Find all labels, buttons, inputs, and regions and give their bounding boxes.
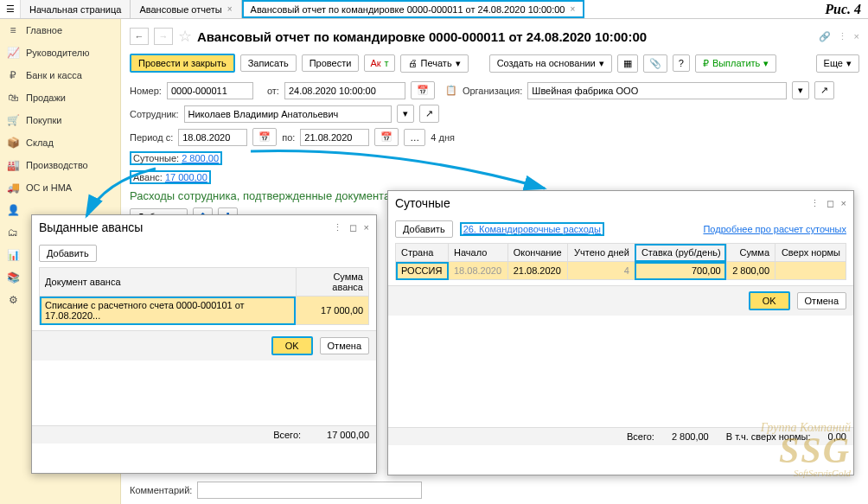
close-icon[interactable]: ×: [841, 198, 846, 209]
forward-button[interactable]: →: [154, 28, 173, 45]
figure-label: Рис. 4: [825, 2, 861, 17]
more-icon[interactable]: ⋮: [810, 198, 820, 209]
start-cell[interactable]: 18.08.2020: [449, 262, 508, 280]
number-input[interactable]: 0000-000011: [167, 82, 253, 99]
col-header[interactable]: Ставка (руб/день): [635, 244, 726, 262]
per-diem-popup: Суточные ⋮◻× Добавить 26. Командировочны…: [387, 190, 854, 475]
sidebar-item[interactable]: 📈Руководителю: [0, 41, 120, 64]
over-cell[interactable]: [775, 262, 846, 280]
more-icon[interactable]: ⋮: [333, 222, 342, 233]
advance-row: Аванс: 17 000,00: [130, 170, 211, 184]
per-diem-row: Суточные: 2 800,00: [130, 151, 222, 165]
maximize-icon[interactable]: ◻: [349, 222, 357, 233]
close-icon[interactable]: ×: [364, 222, 369, 233]
post-close-button[interactable]: Провести и закрыть: [130, 54, 235, 73]
add-button[interactable]: Добавить: [395, 220, 453, 238]
date-input[interactable]: 24.08.2020 10:00:00: [284, 82, 405, 99]
total-label: Всего:: [627, 431, 654, 442]
create-based-button[interactable]: Создать на основании ▾: [489, 54, 612, 73]
page-title: Авансовый отчет по командировке 0000-000…: [197, 29, 647, 44]
cancel-button[interactable]: Отмена: [797, 292, 846, 309]
write-button[interactable]: Записать: [240, 54, 297, 72]
total-value: 2 800,00: [672, 431, 709, 442]
flag-icon: 📋: [445, 85, 457, 96]
col-header[interactable]: Документ аванса: [40, 268, 297, 297]
label: Организация:: [463, 86, 522, 96]
close-icon[interactable]: ×: [227, 4, 233, 14]
reg-icon[interactable]: ▦: [617, 54, 638, 73]
more-info-link[interactable]: Подробнее про расчет суточных: [703, 224, 846, 234]
add-button[interactable]: Добавить: [39, 245, 97, 262]
calendar-icon[interactable]: 📅: [252, 128, 277, 146]
maximize-icon[interactable]: ◻: [827, 198, 834, 209]
col-header[interactable]: Сверх нормы: [775, 244, 846, 262]
ok-button[interactable]: OK: [271, 336, 313, 355]
org-input[interactable]: Швейная фабрика ООО: [527, 82, 787, 99]
advance-link[interactable]: 17 000,00: [165, 172, 207, 182]
sidebar-item[interactable]: 📦Склад: [0, 131, 120, 154]
attach-icon[interactable]: 📎: [643, 54, 667, 73]
sum-cell[interactable]: 2 800,00: [726, 262, 775, 280]
more-button[interactable]: Еще ▾: [816, 54, 859, 73]
over-label: В т.ч. сверх нормы:: [726, 431, 811, 442]
popup-title: Выданные авансы: [39, 220, 143, 234]
over-value: 0,00: [828, 431, 846, 442]
calendar-icon[interactable]: 📅: [411, 81, 435, 99]
more-icon[interactable]: …: [404, 129, 425, 146]
toolbar: Провести и закрыть Записать Провести Акт…: [130, 54, 859, 73]
sidebar-item[interactable]: 🏭Производство: [0, 154, 120, 176]
tab-reports[interactable]: Авансовые отчеты×: [131, 0, 241, 18]
col-header[interactable]: Учтено дней: [568, 244, 635, 262]
col-header[interactable]: Страна: [396, 244, 449, 262]
back-button[interactable]: ←: [130, 28, 149, 45]
sidebar-item[interactable]: 🛒Покупки: [0, 109, 120, 131]
per-diem-link[interactable]: 2 800,00: [182, 153, 219, 163]
close-icon[interactable]: ×: [854, 31, 859, 42]
comment-input[interactable]: [197, 482, 422, 499]
doc-cell[interactable]: Списание с расчетного счета 0000-000101 …: [40, 297, 297, 325]
more-icon[interactable]: ⋮: [838, 31, 847, 42]
date-from-input[interactable]: 18.08.2020: [178, 129, 247, 146]
menu-icon[interactable]: ☰: [0, 0, 21, 18]
employee-input[interactable]: Николаев Владимир Анатольевич: [184, 105, 392, 123]
col-header[interactable]: Начало: [449, 244, 508, 262]
col-header[interactable]: Окончание: [507, 244, 568, 262]
print-button[interactable]: 🖨 Печать ▾: [400, 54, 469, 73]
advances-popup: Выданные авансы ⋮◻× Добавить Документ ав…: [31, 214, 377, 474]
link-icon[interactable]: 🔗: [819, 31, 831, 42]
sidebar-item[interactable]: 🛍Продажи: [0, 86, 120, 109]
days-cell[interactable]: 4: [568, 262, 635, 280]
calendar-icon[interactable]: 📅: [374, 128, 399, 146]
dropdown-icon[interactable]: ▾: [397, 105, 414, 123]
col-header[interactable]: Сумма: [726, 244, 775, 262]
rate-cell[interactable]: 700,00: [635, 262, 726, 280]
label: от:: [267, 86, 279, 96]
label: Период с:: [130, 132, 173, 143]
total-value: 17 000,00: [327, 430, 369, 440]
sidebar-item[interactable]: ₽Банк и касса: [0, 64, 120, 86]
post-button[interactable]: Провести: [302, 54, 360, 72]
ok-button[interactable]: OK: [749, 291, 790, 310]
cancel-button[interactable]: Отмена: [320, 337, 369, 354]
template-link[interactable]: 26. Командировочные расходы: [463, 224, 601, 234]
dk-icon[interactable]: Акт: [364, 54, 394, 72]
country-cell[interactable]: РОССИЯ: [396, 262, 449, 280]
label: Комментарий:: [130, 485, 192, 495]
star-icon[interactable]: ☆: [178, 27, 192, 46]
end-cell[interactable]: 21.08.2020: [507, 262, 568, 280]
close-icon[interactable]: ×: [570, 4, 575, 14]
date-to-input[interactable]: 21.08.2020: [300, 129, 369, 146]
label: по:: [282, 132, 295, 143]
dropdown-icon[interactable]: ▾: [792, 81, 809, 99]
sidebar-item[interactable]: ≡Главное: [0, 19, 120, 41]
open-icon[interactable]: ↗: [419, 105, 439, 123]
tab-current[interactable]: Авансовый отчет по командировке 0000-000…: [242, 0, 585, 18]
open-icon[interactable]: ↗: [814, 81, 834, 99]
sidebar-item[interactable]: 🚚ОС и НМА: [0, 176, 120, 199]
sum-cell[interactable]: 17 000,00: [296, 297, 368, 325]
help-button[interactable]: ?: [673, 54, 690, 72]
payout-button[interactable]: ₽ Выплатить ▾: [695, 54, 776, 73]
tab-home[interactable]: Начальная страница: [21, 0, 131, 18]
popup-title: Суточные: [395, 196, 450, 210]
col-header[interactable]: Сумма аванса: [296, 268, 368, 297]
